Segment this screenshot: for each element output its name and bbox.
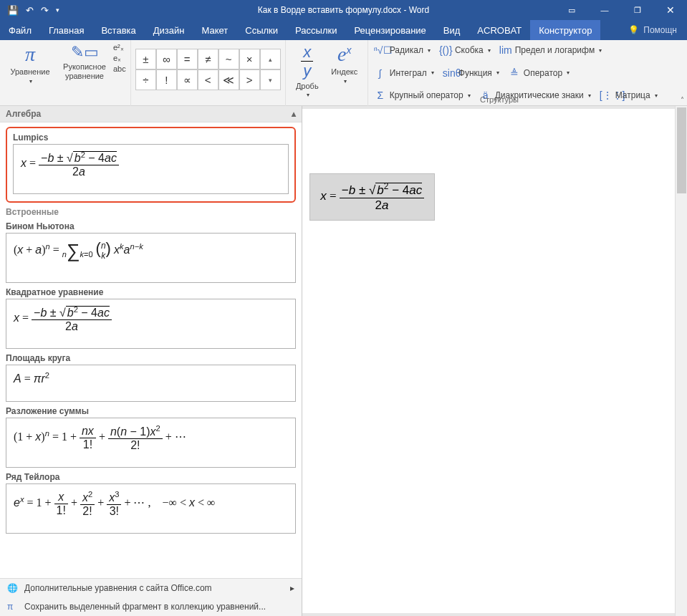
- ink-icon: ✎▭: [71, 43, 99, 61]
- office-icon: 🌐: [7, 583, 19, 593]
- tab-design[interactable]: Дизайн: [145, 20, 193, 40]
- ink-equation-button[interactable]: ✎▭ Рукописное уравнение: [57, 43, 112, 81]
- radical-icon: ⁿ√☐: [374, 44, 387, 56]
- more-equations-button[interactable]: 🌐 Дополнительные уравнения с сайта Offic…: [0, 579, 302, 597]
- operator-icon: ≜: [508, 67, 521, 79]
- qat-dropdown-icon[interactable]: ▾: [56, 6, 59, 14]
- equation-gallery: Алгебра▴ Lumpics x = −b ± √b2 − 4ac2a Вс…: [0, 106, 302, 616]
- limit-icon: lim: [499, 44, 512, 56]
- chevron-down-icon: ▾: [29, 78, 32, 85]
- tell-me[interactable]: 💡 Помощн: [618, 20, 687, 40]
- gallery-footer: 🌐 Дополнительные уравнения с сайта Offic…: [0, 578, 302, 616]
- minimize-icon[interactable]: —: [588, 0, 621, 20]
- symbol-div[interactable]: ÷: [135, 69, 156, 90]
- pi-small-icon: π: [7, 602, 19, 612]
- ribbon-display-icon[interactable]: ▭: [555, 0, 588, 20]
- pi-icon: π: [25, 43, 35, 66]
- tab-layout[interactable]: Макет: [193, 20, 236, 40]
- operator-button[interactable]: ≜Оператор▾: [508, 66, 570, 80]
- window-title: Как в Ворде вставить формулу.docx - Word: [258, 5, 429, 15]
- symbol-ll[interactable]: ≪: [218, 69, 239, 90]
- maximize-icon[interactable]: ❐: [621, 0, 654, 20]
- symbol-pm[interactable]: ±: [135, 49, 156, 69]
- gallery-header-builtin: Встроенные: [6, 207, 296, 217]
- index-button[interactable]: ex Индекс▾: [326, 43, 363, 85]
- gallery-item-label: Lumpics: [13, 133, 289, 143]
- function-button[interactable]: sinθФункция▾: [443, 66, 499, 80]
- gallery-item-label: Разложение суммы: [6, 406, 296, 416]
- gallery-item-quadratic[interactable]: x = −b ± √b2 − 4ac2a: [6, 299, 296, 349]
- redo-icon[interactable]: ↷: [41, 5, 49, 16]
- gallery-item-label: Квадратное уравнение: [6, 287, 296, 297]
- large-operator-button[interactable]: ΣКрупный оператор▾: [374, 88, 471, 102]
- title-bar: 💾 ↶ ↷ ▾ Как в Ворде вставить формулу.doc…: [0, 0, 687, 20]
- symbol-inf[interactable]: ∞: [156, 49, 177, 69]
- bracket-icon: {()}: [439, 44, 452, 56]
- convert-text-button[interactable]: abc: [113, 64, 126, 73]
- quick-access-toolbar: 💾 ↶ ↷ ▾: [0, 5, 59, 16]
- convert-linear-button[interactable]: eₓ: [113, 54, 126, 63]
- chevron-up-icon[interactable]: ▴: [292, 109, 296, 119]
- gallery-item-expansion[interactable]: (1 + x)n = 1 + nx1! + n(n − 1)x22! + ⋯: [6, 418, 296, 468]
- symbol-neq[interactable]: ≠: [198, 49, 218, 69]
- tab-insert[interactable]: Вставка: [92, 20, 144, 40]
- symbol-lt[interactable]: <: [198, 69, 218, 90]
- tab-file[interactable]: Файл: [0, 20, 40, 40]
- ribbon: π Уравнение ▾ ✎▭ Рукописное уравнение e²…: [0, 40, 687, 106]
- tab-constructor[interactable]: Конструктор: [530, 20, 600, 40]
- gallery-header-algebra: Алгебра▴: [0, 106, 302, 122]
- bracket-button[interactable]: {()}Скобка▾: [439, 43, 491, 57]
- gallery-item-label: Ряд Тейлора: [6, 472, 296, 482]
- equation-label: Уравнение: [10, 67, 49, 77]
- tab-mailings[interactable]: Рассылки: [287, 20, 345, 40]
- gallery-item-circle-area[interactable]: A = πr2: [6, 365, 296, 402]
- function-icon: sinθ: [443, 67, 456, 79]
- tab-acrobat[interactable]: ACROBAT: [469, 20, 530, 40]
- convert-prof-button[interactable]: e²ₓ: [113, 43, 126, 52]
- symbol-more-button[interactable]: ▾: [260, 69, 281, 90]
- equation-object[interactable]: x = −b ± √b2 − 4ac2a: [309, 173, 435, 221]
- collapse-ribbon-icon[interactable]: ˄: [681, 96, 684, 104]
- sigma-icon: Σ: [374, 90, 387, 101]
- symbol-fact[interactable]: !: [156, 69, 177, 90]
- fraction-button[interactable]: xy Дробь▾: [290, 43, 325, 98]
- matrix-button[interactable]: [⋮⋮]Матрица▾: [600, 88, 658, 102]
- save-icon[interactable]: 💾: [7, 5, 19, 16]
- gallery-item-binomial[interactable]: (x + a)n = n∑k=0 (nk) xkan−k: [6, 233, 296, 283]
- vertical-scrollbar[interactable]: [675, 106, 687, 616]
- symbol-scroll-up[interactable]: ▴: [260, 49, 281, 69]
- ink-label: Рукописное уравнение: [57, 62, 112, 80]
- lightbulb-icon: 💡: [628, 25, 639, 35]
- integral-button[interactable]: ∫Интеграл▾: [374, 66, 434, 80]
- tab-review[interactable]: Рецензирование: [345, 20, 434, 40]
- radical-button[interactable]: ⁿ√☐Радикал▾: [374, 43, 431, 57]
- matrix-icon: [⋮⋮]: [600, 90, 612, 101]
- gallery-item-lumpics[interactable]: Lumpics x = −b ± √b2 − 4ac2a: [6, 127, 296, 203]
- group-fraction: xy Дробь▾ ex Индекс▾: [286, 40, 368, 106]
- limit-button[interactable]: limПредел и логарифм▾: [499, 43, 602, 57]
- convert-buttons: e²ₓ eₓ abc: [113, 43, 126, 73]
- symbol-times[interactable]: ×: [239, 49, 260, 69]
- structures-group-label: Структуры: [480, 95, 519, 104]
- tab-view[interactable]: Вид: [435, 20, 469, 40]
- symbol-eq[interactable]: =: [177, 49, 198, 69]
- symbol-tilde[interactable]: ~: [218, 49, 239, 69]
- gallery-item-taylor[interactable]: ex = 1 + x1! + x22! + x33! + ⋯ , −∞ < x …: [6, 483, 296, 534]
- symbol-grid: ± ∞ = ≠ ~ × ▴ ÷ ! ∝ < ≪ > ▾: [135, 49, 281, 90]
- tab-home[interactable]: Главная: [40, 20, 92, 40]
- undo-icon[interactable]: ↶: [26, 5, 34, 16]
- ribbon-tabs: Файл Главная Вставка Дизайн Макет Ссылки…: [0, 20, 687, 40]
- group-tools: π Уравнение ▾ ✎▭ Рукописное уравнение e²…: [0, 40, 131, 106]
- symbol-prop[interactable]: ∝: [177, 69, 198, 90]
- close-icon[interactable]: ✕: [654, 0, 687, 20]
- tab-references[interactable]: Ссылки: [236, 20, 287, 40]
- scrollbar-thumb[interactable]: [677, 107, 686, 193]
- page[interactable]: x = −b ± √b2 − 4ac2a: [302, 109, 675, 613]
- index-icon: ex: [337, 43, 351, 66]
- symbol-gt[interactable]: >: [239, 69, 260, 90]
- group-symbols: ± ∞ = ≠ ~ × ▴ ÷ ! ∝ < ≪ > ▾: [131, 40, 286, 106]
- chevron-right-icon: ▸: [290, 583, 294, 593]
- equation-button[interactable]: π Уравнение ▾: [4, 43, 56, 85]
- gallery-item-label: Площадь круга: [6, 353, 296, 363]
- save-selection-button[interactable]: π Сохранить выделенный фрагмент в коллек…: [0, 597, 302, 616]
